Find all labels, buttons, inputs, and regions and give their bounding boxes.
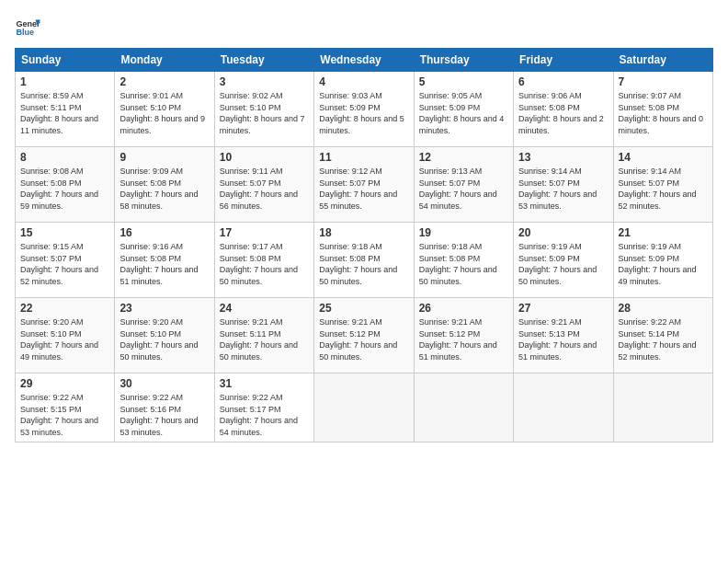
calendar-day-cell: 9 Sunrise: 9:09 AMSunset: 5:08 PMDayligh… bbox=[115, 147, 214, 223]
calendar-day-cell: 15 Sunrise: 9:15 AMSunset: 5:07 PMDaylig… bbox=[16, 223, 115, 298]
calendar-table: SundayMondayTuesdayWednesdayThursdayFrid… bbox=[15, 48, 713, 442]
day-number: 6 bbox=[518, 75, 608, 88]
day-of-week-header: Saturday bbox=[613, 49, 712, 72]
calendar-day-cell bbox=[414, 373, 513, 442]
day-number: 13 bbox=[518, 151, 608, 164]
day-number: 21 bbox=[619, 226, 708, 239]
calendar-header-row: SundayMondayTuesdayWednesdayThursdayFrid… bbox=[16, 49, 713, 72]
day-number: 4 bbox=[319, 75, 408, 88]
day-info: Sunrise: 9:14 AMSunset: 5:07 PMDaylight:… bbox=[518, 166, 608, 212]
day-info: Sunrise: 9:08 AMSunset: 5:08 PMDaylight:… bbox=[20, 166, 109, 212]
calendar-week-row: 22 Sunrise: 9:20 AMSunset: 5:10 PMDaylig… bbox=[16, 298, 713, 373]
day-info: Sunrise: 9:18 AMSunset: 5:08 PMDaylight:… bbox=[319, 241, 408, 287]
day-number: 9 bbox=[119, 151, 209, 164]
day-number: 30 bbox=[119, 377, 209, 390]
day-of-week-header: Monday bbox=[115, 49, 214, 72]
day-number: 3 bbox=[220, 75, 309, 88]
calendar-week-row: 8 Sunrise: 9:08 AMSunset: 5:08 PMDayligh… bbox=[16, 147, 713, 223]
calendar-day-cell: 21 Sunrise: 9:19 AMSunset: 5:09 PMDaylig… bbox=[613, 223, 712, 298]
calendar-day-cell: 19 Sunrise: 9:18 AMSunset: 5:08 PMDaylig… bbox=[414, 223, 513, 298]
calendar-day-cell: 18 Sunrise: 9:18 AMSunset: 5:08 PMDaylig… bbox=[314, 223, 414, 298]
day-info: Sunrise: 9:22 AMSunset: 5:15 PMDaylight:… bbox=[20, 392, 109, 438]
day-info: Sunrise: 9:22 AMSunset: 5:17 PMDaylight:… bbox=[220, 392, 309, 438]
logo-icon: General Blue bbox=[15, 15, 40, 40]
calendar-day-cell: 30 Sunrise: 9:22 AMSunset: 5:16 PMDaylig… bbox=[115, 373, 214, 442]
day-info: Sunrise: 9:12 AMSunset: 5:07 PMDaylight:… bbox=[319, 166, 408, 212]
day-number: 23 bbox=[119, 302, 209, 315]
day-number: 19 bbox=[419, 226, 508, 239]
calendar-day-cell: 8 Sunrise: 9:08 AMSunset: 5:08 PMDayligh… bbox=[16, 147, 115, 223]
day-info: Sunrise: 9:06 AMSunset: 5:08 PMDaylight:… bbox=[518, 90, 608, 136]
day-number: 1 bbox=[20, 75, 109, 88]
day-info: Sunrise: 9:13 AMSunset: 5:07 PMDaylight:… bbox=[419, 166, 508, 212]
calendar-day-cell: 20 Sunrise: 9:19 AMSunset: 5:09 PMDaylig… bbox=[514, 223, 613, 298]
day-number: 2 bbox=[119, 75, 209, 88]
calendar-day-cell: 26 Sunrise: 9:21 AMSunset: 5:12 PMDaylig… bbox=[414, 298, 513, 373]
calendar-day-cell: 27 Sunrise: 9:21 AMSunset: 5:13 PMDaylig… bbox=[514, 298, 613, 373]
calendar-day-cell: 16 Sunrise: 9:16 AMSunset: 5:08 PMDaylig… bbox=[115, 223, 214, 298]
day-info: Sunrise: 9:15 AMSunset: 5:07 PMDaylight:… bbox=[20, 241, 109, 287]
calendar-day-cell: 31 Sunrise: 9:22 AMSunset: 5:17 PMDaylig… bbox=[214, 373, 313, 442]
day-info: Sunrise: 9:02 AMSunset: 5:10 PMDaylight:… bbox=[220, 90, 309, 136]
svg-text:Blue: Blue bbox=[16, 28, 34, 37]
day-info: Sunrise: 9:09 AMSunset: 5:08 PMDaylight:… bbox=[119, 166, 209, 212]
day-info: Sunrise: 9:20 AMSunset: 5:10 PMDaylight:… bbox=[119, 316, 209, 362]
day-number: 27 bbox=[518, 302, 608, 315]
day-of-week-header: Tuesday bbox=[214, 49, 313, 72]
calendar-day-cell: 25 Sunrise: 9:21 AMSunset: 5:12 PMDaylig… bbox=[314, 298, 414, 373]
day-number: 31 bbox=[220, 377, 309, 390]
day-number: 26 bbox=[419, 302, 508, 315]
calendar-week-row: 29 Sunrise: 9:22 AMSunset: 5:15 PMDaylig… bbox=[16, 373, 713, 442]
day-number: 11 bbox=[319, 151, 408, 164]
day-info: Sunrise: 9:22 AMSunset: 5:16 PMDaylight:… bbox=[119, 392, 209, 438]
day-info: Sunrise: 9:05 AMSunset: 5:09 PMDaylight:… bbox=[419, 90, 508, 136]
day-number: 5 bbox=[419, 75, 508, 88]
day-number: 14 bbox=[619, 151, 708, 164]
day-info: Sunrise: 9:21 AMSunset: 5:12 PMDaylight:… bbox=[319, 316, 408, 362]
day-number: 12 bbox=[419, 151, 508, 164]
day-info: Sunrise: 9:19 AMSunset: 5:09 PMDaylight:… bbox=[518, 241, 608, 287]
calendar-day-cell: 23 Sunrise: 9:20 AMSunset: 5:10 PMDaylig… bbox=[115, 298, 214, 373]
day-info: Sunrise: 9:21 AMSunset: 5:13 PMDaylight:… bbox=[518, 316, 608, 362]
day-info: Sunrise: 9:18 AMSunset: 5:08 PMDaylight:… bbox=[419, 241, 508, 287]
day-info: Sunrise: 9:21 AMSunset: 5:11 PMDaylight:… bbox=[220, 316, 309, 362]
calendar-day-cell: 5 Sunrise: 9:05 AMSunset: 5:09 PMDayligh… bbox=[414, 72, 513, 147]
day-number: 7 bbox=[619, 75, 708, 88]
day-number: 20 bbox=[518, 226, 608, 239]
header: General Blue bbox=[15, 11, 713, 40]
calendar-week-row: 15 Sunrise: 9:15 AMSunset: 5:07 PMDaylig… bbox=[16, 223, 713, 298]
calendar-day-cell bbox=[314, 373, 414, 442]
day-info: Sunrise: 9:19 AMSunset: 5:09 PMDaylight:… bbox=[619, 241, 708, 287]
calendar-day-cell: 24 Sunrise: 9:21 AMSunset: 5:11 PMDaylig… bbox=[214, 298, 313, 373]
calendar-day-cell: 28 Sunrise: 9:22 AMSunset: 5:14 PMDaylig… bbox=[613, 298, 712, 373]
main-container: General Blue SundayMondayTuesdayWednesda… bbox=[0, 0, 728, 563]
calendar-day-cell: 22 Sunrise: 9:20 AMSunset: 5:10 PMDaylig… bbox=[16, 298, 115, 373]
day-number: 25 bbox=[319, 302, 408, 315]
calendar-day-cell: 14 Sunrise: 9:14 AMSunset: 5:07 PMDaylig… bbox=[613, 147, 712, 223]
day-of-week-header: Sunday bbox=[16, 49, 115, 72]
day-info: Sunrise: 9:16 AMSunset: 5:08 PMDaylight:… bbox=[119, 241, 209, 287]
day-of-week-header: Friday bbox=[514, 49, 613, 72]
day-number: 17 bbox=[220, 226, 309, 239]
day-info: Sunrise: 8:59 AMSunset: 5:11 PMDaylight:… bbox=[20, 90, 109, 136]
calendar-day-cell bbox=[613, 373, 712, 442]
calendar-day-cell: 17 Sunrise: 9:17 AMSunset: 5:08 PMDaylig… bbox=[214, 223, 313, 298]
calendar-day-cell: 11 Sunrise: 9:12 AMSunset: 5:07 PMDaylig… bbox=[314, 147, 414, 223]
day-info: Sunrise: 9:22 AMSunset: 5:14 PMDaylight:… bbox=[619, 316, 708, 362]
day-info: Sunrise: 9:14 AMSunset: 5:07 PMDaylight:… bbox=[619, 166, 708, 212]
day-number: 24 bbox=[220, 302, 309, 315]
calendar-day-cell: 4 Sunrise: 9:03 AMSunset: 5:09 PMDayligh… bbox=[314, 72, 414, 147]
calendar-day-cell: 1 Sunrise: 8:59 AMSunset: 5:11 PMDayligh… bbox=[16, 72, 115, 147]
logo: General Blue bbox=[15, 15, 44, 40]
calendar-day-cell bbox=[514, 373, 613, 442]
calendar-day-cell: 12 Sunrise: 9:13 AMSunset: 5:07 PMDaylig… bbox=[414, 147, 513, 223]
calendar-day-cell: 6 Sunrise: 9:06 AMSunset: 5:08 PMDayligh… bbox=[514, 72, 613, 147]
day-of-week-header: Wednesday bbox=[314, 49, 414, 72]
day-number: 15 bbox=[20, 226, 109, 239]
calendar-day-cell: 13 Sunrise: 9:14 AMSunset: 5:07 PMDaylig… bbox=[514, 147, 613, 223]
calendar-week-row: 1 Sunrise: 8:59 AMSunset: 5:11 PMDayligh… bbox=[16, 72, 713, 147]
calendar-day-cell: 2 Sunrise: 9:01 AMSunset: 5:10 PMDayligh… bbox=[115, 72, 214, 147]
calendar-day-cell: 3 Sunrise: 9:02 AMSunset: 5:10 PMDayligh… bbox=[214, 72, 313, 147]
day-number: 29 bbox=[20, 377, 109, 390]
day-info: Sunrise: 9:07 AMSunset: 5:08 PMDaylight:… bbox=[619, 90, 708, 136]
